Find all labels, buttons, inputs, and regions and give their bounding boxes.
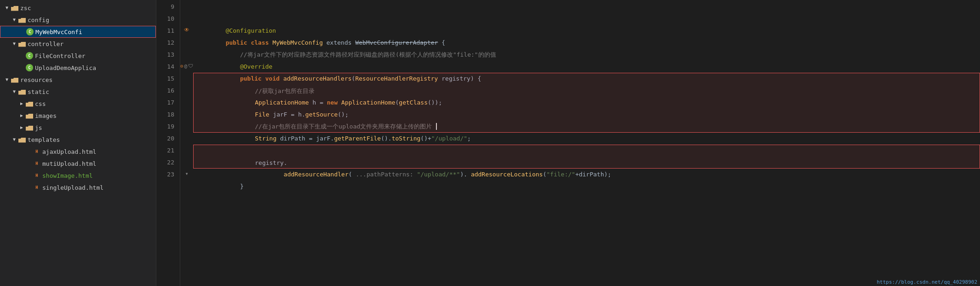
spring-icon-mywebmvcconfig: C [26,28,34,35]
code-line-20 [193,133,980,145]
gutter-19 [180,120,193,132]
expand-arrow-static [11,88,17,95]
gutter-10 [180,12,193,24]
tree-item-config[interactable]: config [0,14,156,26]
label-config: config [28,17,49,23]
gutter-12 [180,36,193,48]
label-uploaddemo: UploadDemoApplica [35,64,96,71]
expand-arrow-images [18,112,25,119]
folder-icon-css [26,101,33,107]
tree-item-ajaxupload[interactable]: H ajaxUpload.html [0,146,156,158]
code-line-14: public void addResourceHandlers(Resource… [193,61,980,73]
tree-item-css[interactable]: css [0,98,156,110]
tree-item-showimage[interactable]: H showImage.html [0,169,156,181]
code-line-19: String dirPath = jarF.getParentFile().to… [193,121,980,133]
gutter-18 [180,108,193,120]
tree-item-resources[interactable]: resources [0,74,156,86]
code-editor: 9 10 11 12 13 14 15 16 17 18 19 20 21 22… [156,0,980,286]
file-tree: zsc config C MyWebMvcConfi controller C … [0,0,156,286]
label-showimage: showImage.html [42,172,93,179]
tree-item-uploaddemo[interactable]: C UploadDemoApplica [0,62,156,74]
label-controller: controller [28,41,63,47]
at-icon: ⊙ [180,63,183,69]
label-images: images [35,112,57,119]
line-numbers: 9 10 11 12 13 14 15 16 17 18 19 20 21 22… [156,0,180,286]
spring-icon-filecontroller: C [26,52,33,59]
gutter-23: ▾ [180,168,193,180]
expand-arrow-resources [4,76,10,83]
code-line-13: @Override [193,49,980,61]
html-icon-ajaxupload: H [33,148,40,155]
code-content[interactable]: @Configuration public class MyWebMvcConf… [193,0,980,286]
gutter-16 [180,84,193,96]
code-line-16: ApplicationHome h = new ApplicationHome(… [193,85,980,97]
html-icon-singleupload: H [33,184,40,191]
tree-item-static[interactable]: static [0,86,156,98]
gutter-21 [180,144,193,156]
tree-item-mywebmvcconfig[interactable]: C MyWebMvcConfi [0,26,156,38]
at-symbol: @ [184,63,188,69]
label-static: static [28,88,49,95]
code-line-15: //获取jar包所在目录 [193,73,980,85]
status-bar: https://blog.csdn.net/qq_40298902 [874,278,980,286]
label-ajaxupload: ajaxUpload.html [42,148,96,155]
expand-arrow-config [11,17,17,23]
gutter-13 [180,48,193,60]
tree-item-images[interactable]: images [0,110,156,122]
down-icon: ▾ [185,170,188,177]
label-css: css [35,100,46,107]
html-icon-mutiupload: H [33,160,40,167]
expand-arrow-controller [11,41,17,47]
label-zsc: zsc [20,5,31,12]
code-line-22: addResourceHandler( ...pathPatterns: "/u… [193,157,980,169]
tree-item-singleupload[interactable]: H singleUpload.html [0,181,156,193]
code-line-11: public class MyWebMvcConfig extends WebM… [193,25,980,37]
gutter-15 [180,72,193,84]
tree-item-templates[interactable]: templates [0,134,156,146]
gutter-20 [180,132,193,144]
label-filecontroller: FileController [35,53,86,59]
folder-icon-images [26,113,33,119]
editor-gutter: 👁 ⊙ @ 🛡 ▾ [180,0,193,286]
shield-icon: 🛡 [188,63,193,69]
gutter-14: ⊙ @ 🛡 [180,60,193,72]
expand-arrow-js [18,124,25,131]
folder-icon-zsc [11,5,18,11]
label-mutiupload: mutiUpload.html [42,160,96,167]
gutter-22 [180,156,193,168]
gutter-11: 👁 [180,24,193,36]
tree-item-zsc[interactable]: zsc [0,2,156,14]
label-singleupload: singleUpload.html [42,184,103,191]
code-line-9 [193,1,980,13]
label-resources: resources [20,76,52,83]
label-js: js [35,124,42,131]
expand-arrow-templates [11,136,17,143]
eye-icon: 👁 [184,27,189,33]
html-icon-showimage: H [33,172,40,179]
code-line-21: registry. [193,145,980,157]
gutter-9 [180,0,193,12]
status-url: https://blog.csdn.net/qq_40298902 [877,279,977,285]
code-line-10: @Configuration [193,13,980,25]
expand-arrow-zsc [4,5,10,11]
tree-item-js[interactable]: js [0,122,156,134]
folder-icon-controller [18,41,26,47]
tree-item-controller[interactable]: controller [0,38,156,50]
code-line-17: File jarF = h.getSource(); [193,97,980,109]
tree-item-filecontroller[interactable]: C FileController [0,50,156,62]
tree-item-mutiupload[interactable]: H mutiUpload.html [0,158,156,169]
spring-icon-uploaddemo: C [26,64,33,71]
folder-icon-resources [11,77,18,83]
folder-icon-js [26,125,33,131]
gutter-17 [180,96,193,108]
folder-icon-static [18,89,26,95]
folder-icon-templates [18,137,26,143]
code-line-18: //在jar包所在目录下生成一个upload文件夹用来存储上传的图片 [193,109,980,121]
expand-arrow-css [18,100,25,107]
label-templates: templates [28,136,60,143]
folder-icon-config [18,17,26,23]
code-line-12: //将jar文件下的对应静态资源文件路径对应到磁盘的路径(根据个人的情况修改"f… [193,37,980,49]
code-line-23: } [193,169,980,181]
label-mywebmvcconfig: MyWebMvcConfi [35,29,82,35]
